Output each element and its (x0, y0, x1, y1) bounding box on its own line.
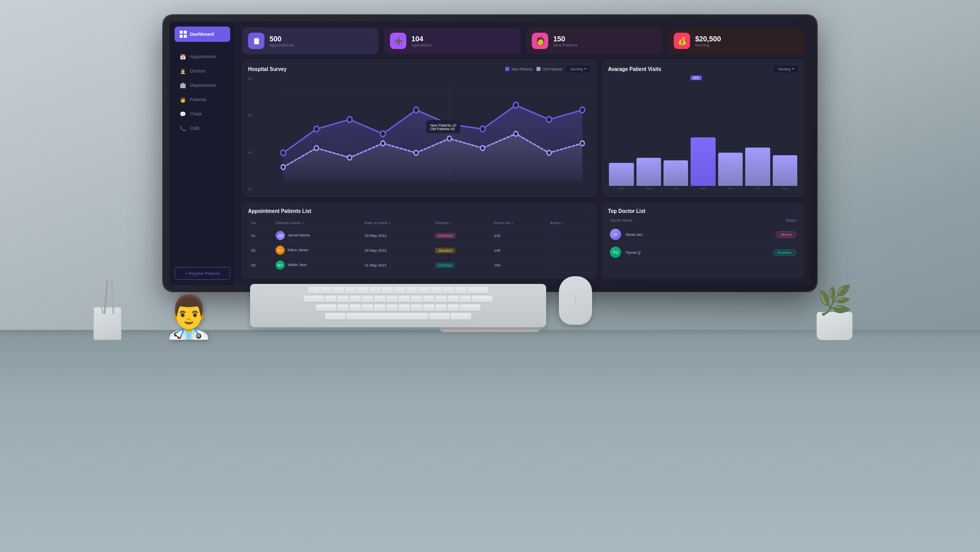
earning-info: $20,500 Earning (695, 35, 798, 47)
doctors-icon: 👨‍⚕️ (180, 68, 186, 74)
new-patients-label: New Patients (553, 43, 656, 47)
row2-name: KJ Killon Janes (273, 243, 361, 258)
doctor-col-status: Status (786, 218, 796, 223)
appointments-label: Appointments (270, 43, 373, 47)
col-disease: Disease ▾ (432, 218, 491, 228)
svg-point-17 (381, 141, 385, 146)
appointment-list-header: Appointment Patients List ··· (248, 208, 591, 214)
table-row: 01 JM Jacod Mama 29 May 2021 Influenza 2… (248, 228, 591, 243)
stat-card-earning: 💰 $20,500 Earning ··· (668, 28, 804, 54)
operations-menu[interactable]: ··· (511, 32, 516, 37)
operations-icon: ➕ (390, 33, 406, 49)
dashboard-icon (180, 31, 187, 38)
earning-value: $20,500 (695, 35, 798, 43)
mouse-scroll (575, 294, 576, 304)
svg-point-22 (547, 151, 551, 155)
sidebar-logo-text: Dashboard (190, 32, 214, 37)
sidebar-item-patients[interactable]: 🧑 Patients (174, 93, 231, 106)
svg-point-6 (347, 116, 352, 122)
new-patients-menu[interactable]: ··· (653, 32, 657, 37)
avg-patient-header: Avarage Patient Visits Monthly ▾ (608, 65, 798, 73)
row3-room: 154 (491, 258, 547, 273)
plant-leaves: 🌿 (806, 286, 863, 315)
svg-point-4 (281, 150, 286, 156)
sidebar-item-chats[interactable]: 💬 Chats (174, 107, 231, 121)
stats-row: 📋 500 Appointments ··· ➕ 104 Operations (242, 28, 804, 54)
key-row-3 (253, 304, 543, 311)
bar-sun: Sun (609, 163, 633, 190)
avg-patient-title: Avarage Patient Visits (608, 66, 662, 72)
row1-disease: Influenza (432, 228, 491, 243)
svg-point-5 (314, 126, 319, 132)
table-row: 03 WJ Wade Jack 11 May 2021 Diarrhea 154… (248, 258, 591, 273)
appointments-value: 500 (270, 35, 373, 43)
key-row-4 (253, 313, 543, 320)
stat-card-new-patients: 🧑 150 New Patients ··· (526, 28, 663, 54)
earning-menu[interactable]: ··· (795, 32, 799, 37)
appointments-menu[interactable]: ··· (370, 32, 374, 37)
sidebar-item-appointment[interactable]: 📅 Appointment (174, 50, 231, 63)
row3-action[interactable]: ··· (547, 258, 591, 273)
svg-point-25 (446, 121, 453, 128)
stat-card-operations: ➕ 104 Operations ··· (384, 28, 521, 54)
appointment-list-title: Appointment Patients List (248, 208, 311, 214)
top-doctor-menu[interactable]: ··· (794, 208, 798, 214)
departments-icon: 🏥 (180, 82, 186, 88)
row2-disease: Jaundice (432, 243, 491, 258)
doctor-row-2: TQ Tiyma Q Available (608, 244, 798, 261)
col-date: Date of admit ▾ (361, 218, 432, 228)
chats-icon: 💬 (180, 111, 186, 117)
svg-point-8 (413, 107, 419, 113)
svg-point-13 (580, 107, 585, 113)
sidebar-item-doctors[interactable]: 👨‍⚕️ Doctors (174, 64, 231, 78)
hospital-survey-card: Hospital Survey New Patients Old Patient… (242, 59, 597, 197)
row1-name: JM Jacod Mama (273, 228, 361, 243)
col-no: No (248, 218, 273, 228)
hospital-survey-filter[interactable]: Monthly ▾ (567, 65, 591, 73)
doctor-table-header: Doctor Name Status (608, 218, 798, 223)
sidebar-logo[interactable]: Dashboard (175, 27, 230, 42)
row2-action[interactable]: ··· (547, 243, 591, 258)
row2-avatar: KJ (276, 246, 285, 255)
appointment-list-menu[interactable]: ··· (586, 208, 591, 214)
doctor-col-name: Doctor Name (610, 218, 632, 223)
bar-mon: Mon (636, 158, 661, 190)
svg-point-20 (480, 146, 484, 150)
hospital-survey-chart: 8k 6k 4k 2k (248, 77, 591, 191)
doctor-figure: 👨‍⚕️ (163, 297, 214, 338)
row1-date: 29 May 2021 (361, 228, 432, 243)
hospital-survey-legend: New Patients Old Patients Monthly ▾ (505, 65, 591, 73)
row1-room: 210 (491, 228, 547, 243)
row2-date: 29 May 2021 (361, 243, 432, 258)
avg-patient-filter[interactable]: Monthly ▾ (774, 65, 798, 73)
bar-sat: Sat (773, 155, 797, 190)
svg-point-15 (314, 146, 318, 150)
row2-no: 02 (248, 243, 273, 258)
sidebar-item-departments[interactable]: 🏥 Departments (174, 79, 231, 92)
sidebar-label-chats: Chats (190, 111, 202, 116)
patients-icon: 🧑 (180, 97, 186, 103)
row1-action[interactable]: ··· (547, 228, 591, 243)
svg-point-11 (513, 102, 519, 108)
sidebar-item-calls[interactable]: 📞 Calls (174, 122, 231, 135)
row3-avatar: WJ (276, 260, 285, 270)
bar-thu: Thu (718, 153, 743, 190)
row1-avatar: JM (276, 231, 285, 240)
plant: 🌿 (806, 286, 863, 340)
appointment-icon: 📅 (180, 54, 186, 60)
pen-holder (87, 307, 128, 340)
operations-info: 104 Operations (411, 35, 514, 47)
bar-chart: 600 Sun Mon (608, 77, 798, 191)
hospital-survey-title: Hospital Survey (248, 66, 287, 72)
col-room: Room No ▾ (491, 218, 547, 228)
operations-value: 104 (411, 35, 514, 43)
row3-no: 03 (248, 258, 273, 273)
mouse (559, 276, 592, 325)
bars-wrapper: 600 Sun Mon (608, 77, 798, 191)
y-axis-labels: 8k 6k 4k 2k (248, 77, 252, 191)
row3-disease: Diarrhea (432, 258, 491, 273)
appointment-patients-card: Appointment Patients List ··· No Patient… (242, 202, 597, 279)
top-doctor-card: Top Doctor List ··· Doctor Name Status S… (602, 202, 804, 279)
legend-old-dot (536, 67, 541, 71)
monitor-bezel: Dashboard 📅 Appointment 👨‍⚕️ Doctors 🏥 D… (163, 15, 817, 291)
